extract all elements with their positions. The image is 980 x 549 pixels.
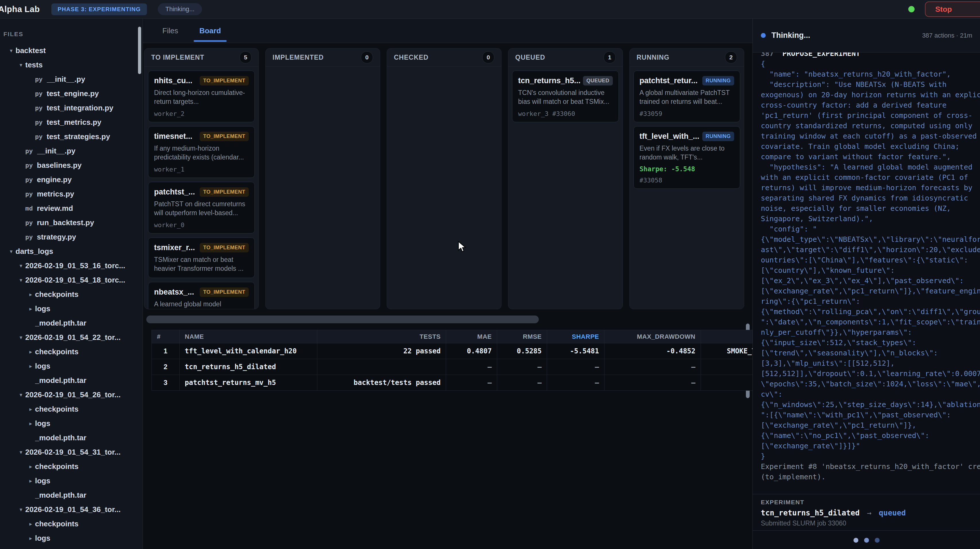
- tree-item-2026-02-19-01-54-22-tor-[interactable]: ▾2026-02-19_01_54_22_tor...: [5, 330, 143, 344]
- tree-item-label: backtest: [16, 46, 46, 55]
- sidebar-scrollbar[interactable]: [138, 27, 141, 74]
- log-code-line: {: [761, 59, 980, 69]
- chevron-down-icon[interactable]: ▾: [17, 62, 25, 68]
- column-header-sharpe[interactable]: SHARPE: [547, 330, 605, 343]
- chevron-right-icon[interactable]: ▸: [26, 348, 35, 355]
- tree-item--init-py[interactable]: py__init__.py: [5, 144, 143, 158]
- log-code-line: [512,512]],\"dropout\":0.1,\"learning_ra…: [761, 369, 980, 379]
- tree-item-metrics-py[interactable]: pymetrics.py: [5, 187, 143, 201]
- chevron-right-icon[interactable]: ▸: [26, 535, 35, 541]
- board-card-tcn-returns-h5-[interactable]: tcn_returns_h5... QUEUED TCN's convoluti…: [512, 70, 619, 122]
- tree-item-checkpoints[interactable]: ▸checkpoints: [5, 402, 143, 416]
- chevron-right-icon[interactable]: ▸: [26, 463, 35, 470]
- chevron-down-icon[interactable]: ▾: [17, 263, 25, 269]
- cell-sharpe: –: [547, 359, 605, 375]
- column-header-tests[interactable]: TESTS: [317, 330, 446, 343]
- chevron-right-icon[interactable]: ▸: [26, 363, 35, 369]
- chevron-right-icon[interactable]: ▸: [26, 477, 35, 484]
- main-tab-bar: FilesBoard: [143, 19, 752, 43]
- board-card-nhits-cu-[interactable]: nhits_cu... TO_IMPLEMENT Direct long-hor…: [148, 70, 255, 122]
- tree-item-run-backtest-py[interactable]: pyrun_backtest.py: [5, 215, 143, 230]
- chevron-right-icon[interactable]: ▸: [26, 291, 35, 298]
- card-status-chip: TO_IMPLEMENT: [200, 76, 249, 86]
- table-row-tft_level_with_calendar_h20[interactable]: 1tft_level_with_calendar_h2022 passed0.4…: [152, 343, 837, 359]
- chevron-right-icon[interactable]: ▸: [26, 306, 35, 312]
- tree-item-label: _model.pth.tar: [35, 433, 86, 442]
- column-count-badge: 5: [240, 51, 251, 64]
- chevron-down-icon[interactable]: ▾: [7, 47, 16, 54]
- tree-item--model-pth-tar[interactable]: _model.pth.tar: [5, 431, 143, 445]
- stop-button[interactable]: Stop: [925, 2, 980, 17]
- results-table-body: 1tft_level_with_calendar_h2022 passed0.4…: [152, 343, 837, 391]
- tree-item-darts-logs[interactable]: ▾darts_logs: [5, 244, 143, 258]
- log-code-line: ountries\":[\"China\"],\"features\":{\"s…: [761, 255, 980, 265]
- board-card-tsmixer-r-[interactable]: tsmixer_r... TO_IMPLEMENT TSMixer can ma…: [148, 237, 255, 278]
- tree-item-2026-02-19-01-54-31-tor-[interactable]: ▾2026-02-19_01_54_31_tor...: [5, 445, 143, 459]
- tree-item-2026-02-19-01-53-16-torc-[interactable]: ▾2026-02-19_01_53_16_torc...: [5, 258, 143, 273]
- agent-panel-header: Thinking... 387 actions · 21m: [753, 19, 980, 53]
- tree-item-test-integration-py[interactable]: pytest_integration.py: [5, 101, 143, 115]
- tree-item-label: 2026-02-19_01_54_36_tor...: [25, 505, 121, 514]
- thinking-indicator-dot: [761, 33, 766, 38]
- column-header-idx[interactable]: #: [152, 330, 180, 343]
- board-horizontal-scrollbar[interactable]: [146, 315, 539, 323]
- chevron-right-icon[interactable]: ▸: [26, 406, 35, 412]
- table-row-patchtst_returns_mv_h5[interactable]: 3patchtst_returns_mv_h5backtest/tests pa…: [152, 375, 837, 391]
- tree-item-2026-02-19-01-54-36-tor-[interactable]: ▾2026-02-19_01_54_36_tor...: [5, 502, 143, 517]
- tree-item-test-strategies-py[interactable]: pytest_strategies.py: [5, 129, 143, 144]
- tree-item--model-pth-tar[interactable]: _model.pth.tar: [5, 316, 143, 330]
- tree-item-logs[interactable]: ▸logs: [5, 531, 143, 545]
- tree-item-test-engine-py[interactable]: pytest_engine.py: [5, 86, 143, 101]
- tree-item-checkpoints[interactable]: ▸checkpoints: [5, 517, 143, 531]
- pager-dot[interactable]: [853, 538, 858, 543]
- py-file-icon: py: [25, 162, 33, 169]
- column-header-max_drawdown[interactable]: MAX_DRAWDOWN: [605, 330, 701, 343]
- tree-item-2026-02-19-01-54-26-tor-[interactable]: ▾2026-02-19_01_54_26_tor...: [5, 388, 143, 402]
- chevron-down-icon[interactable]: ▾: [7, 248, 16, 255]
- chevron-down-icon[interactable]: ▾: [17, 506, 25, 513]
- board-card-patchtst-[interactable]: patchtst_... TO_IMPLEMENT PatchTST on di…: [148, 182, 255, 234]
- tree-item-engine-py[interactable]: pyengine.py: [5, 172, 143, 187]
- tree-item-strategy-py[interactable]: pystrategy.py: [5, 230, 143, 244]
- tree-item-logs[interactable]: ▸logs: [5, 301, 143, 316]
- pager-dot[interactable]: [875, 538, 880, 543]
- tree-item-checkpoints[interactable]: ▸checkpoints: [5, 344, 143, 359]
- board-card-timesnet-[interactable]: timesnet... TO_IMPLEMENT If any medium-h…: [148, 126, 255, 178]
- tree-item-logs[interactable]: ▸logs: [5, 416, 143, 431]
- log-code-line: ring\":{\"pc1_return\":: [761, 296, 980, 307]
- board-card-nbeatsx-[interactable]: nbeatsx_... TO_IMPLEMENT A learned globa…: [148, 282, 255, 309]
- card-description: Direct long-horizon cumulative-return ta…: [154, 88, 249, 106]
- tab-files[interactable]: Files: [161, 19, 180, 43]
- tab-board[interactable]: Board: [198, 19, 223, 43]
- tree-item-checkpoints[interactable]: ▸checkpoints: [5, 459, 143, 474]
- tree-item-test-metrics-py[interactable]: pytest_metrics.py: [5, 115, 143, 129]
- chevron-down-icon[interactable]: ▾: [17, 391, 25, 398]
- tree-item-logs[interactable]: ▸logs: [5, 474, 143, 488]
- board-card-patchtst-retur-[interactable]: patchtst_retur... RUNNING A global multi…: [633, 70, 740, 122]
- table-row-tcn_returns_h5_dilated[interactable]: 2tcn_returns_h5_dilated–––––queued: [152, 359, 837, 375]
- tree-item-2026-02-19-01-54-18-torc-[interactable]: ▾2026-02-19_01_54_18_torc...: [5, 273, 143, 287]
- tree-item-tests[interactable]: ▾tests: [5, 58, 143, 72]
- tree-item-logs[interactable]: ▸logs: [5, 359, 143, 373]
- tree-item--model-pth-tar[interactable]: _model.pth.tar: [5, 488, 143, 502]
- board-card-tft-level-with-[interactable]: tft_level_with_... RUNNING Even if FX le…: [633, 126, 740, 189]
- tree-item--init-py[interactable]: py__init__.py: [5, 72, 143, 86]
- agent-log[interactable]: 387 PROPOSE_EXPERIMENT{ "name": "nbeatsx…: [753, 53, 980, 493]
- chevron-right-icon[interactable]: ▸: [26, 520, 35, 527]
- chevron-down-icon[interactable]: ▾: [17, 334, 25, 341]
- tree-item-checkpoints[interactable]: ▸checkpoints: [5, 287, 143, 301]
- column-header-rmse[interactable]: RMSE: [497, 330, 547, 343]
- chevron-right-icon[interactable]: ▸: [26, 420, 35, 427]
- tree-item-backtest[interactable]: ▾backtest: [5, 43, 143, 58]
- tree-item-review-md[interactable]: mdreview.md: [5, 201, 143, 215]
- phase-badge: PHASE 3: EXPERIMENTING: [51, 3, 147, 15]
- chevron-down-icon[interactable]: ▾: [17, 449, 25, 455]
- tree-item-baselines-py[interactable]: pybaselines.py: [5, 158, 143, 172]
- pager-dot[interactable]: [864, 538, 869, 543]
- tree-item--model-pth-tar[interactable]: _model.pth.tar: [5, 373, 143, 388]
- log-result-line: Experiment #8 'nbeatsx_returns_h20_with_…: [761, 461, 980, 472]
- cell-tests: backtest/tests passed: [317, 375, 446, 391]
- column-header-name[interactable]: NAME: [180, 330, 317, 343]
- chevron-down-icon[interactable]: ▾: [17, 277, 25, 283]
- column-header-mae[interactable]: MAE: [446, 330, 497, 343]
